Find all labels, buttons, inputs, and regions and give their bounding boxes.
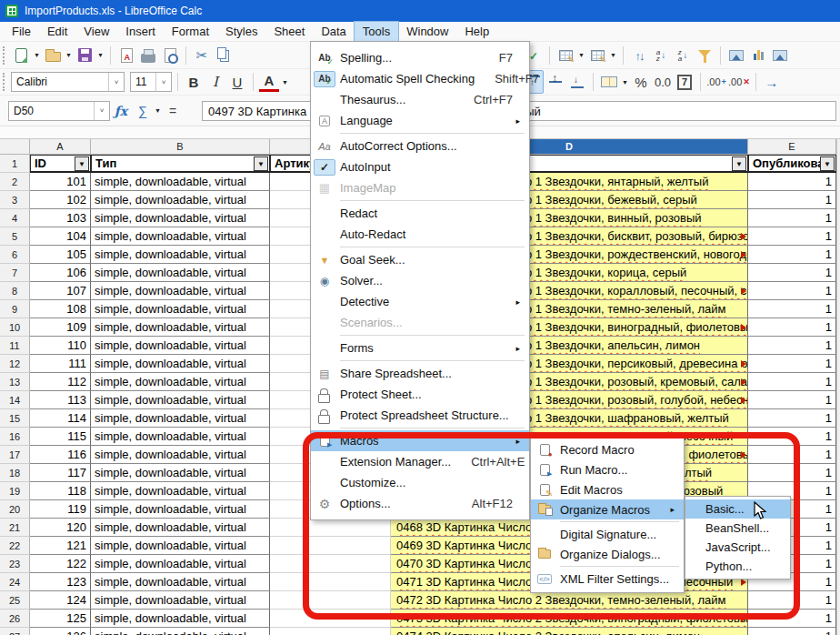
print-button[interactable] — [138, 44, 158, 67]
decimal-format-button[interactable]: 0.0 — [653, 70, 673, 94]
cell-b24[interactable]: simple, downloadable, virtual — [91, 573, 270, 591]
autofilter-button[interactable]: ▼ — [75, 156, 89, 171]
row-header-14[interactable]: 14 — [0, 391, 30, 409]
cell-e15[interactable]: 1 — [748, 409, 836, 428]
menubar-item-tools[interactable]: Tools — [355, 22, 398, 41]
menu-item-auto-redact[interactable]: Auto-Redact — [311, 224, 529, 245]
chevron-down-icon[interactable]: ▼ — [621, 79, 629, 86]
vertical-scrollbar[interactable] — [836, 139, 840, 635]
cell-a13[interactable]: 112 — [30, 373, 91, 391]
cell-e9[interactable]: 1 — [748, 300, 836, 318]
bold-button[interactable]: B — [184, 70, 204, 94]
row-header-26[interactable]: 26 — [0, 610, 30, 628]
menu-item-basic[interactable]: Basic... — [685, 499, 790, 519]
cell-b27[interactable]: simple, downloadable, virtual — [91, 628, 270, 635]
center-vertically-button[interactable] — [545, 70, 565, 94]
function-wizard-button[interactable]: ƒx — [110, 100, 132, 122]
chevron-down-icon[interactable]: ˅ — [155, 73, 171, 91]
cell-c24[interactable] — [270, 573, 391, 591]
menu-item-thesaurus[interactable]: Thesaurus...Ctrl+F7 — [311, 89, 529, 110]
menubar-item-edit[interactable]: Edit — [39, 22, 75, 41]
menu-item-forms[interactable]: Forms▸ — [311, 338, 529, 358]
save-button[interactable] — [75, 44, 95, 67]
font-color-button[interactable]: A — [259, 72, 279, 92]
cell-c27[interactable] — [270, 628, 391, 635]
cell-b19[interactable]: simple, downloadable, virtual — [91, 482, 270, 500]
row-header-11[interactable]: 11 — [0, 337, 30, 355]
insert-columns-button[interactable] — [587, 44, 607, 67]
chevron-down-icon[interactable]: ˅ — [108, 73, 124, 91]
menu-item-detective[interactable]: Detective▸ — [311, 291, 529, 312]
cell-b25[interactable]: simple, downloadable, virtual — [91, 591, 270, 610]
print-preview-button[interactable] — [160, 44, 180, 67]
cell-e8[interactable]: 1 — [748, 282, 836, 300]
grid-corner-box[interactable] — [0, 139, 30, 155]
cell-c22[interactable] — [270, 537, 391, 555]
cell-e12[interactable]: 1 — [748, 355, 836, 373]
insert-object-button[interactable] — [770, 44, 790, 67]
cell-a1[interactable]: ID▼ — [30, 155, 91, 173]
increase-indent-button[interactable]: → — [762, 70, 782, 94]
cell-b22[interactable]: simple, downloadable, virtual — [91, 537, 270, 555]
cell-c23[interactable] — [270, 555, 391, 573]
menu-item-extension-manager[interactable]: Extension Manager...Ctrl+Alt+E — [311, 451, 529, 472]
cut-button[interactable] — [192, 44, 212, 67]
row-header-7[interactable]: 7 — [0, 264, 30, 282]
name-box[interactable]: D50 ˅ — [8, 101, 110, 121]
row-header-8[interactable]: 8 — [0, 282, 30, 300]
chevron-down-icon[interactable]: ▼ — [281, 79, 289, 86]
cell-b9[interactable]: simple, downloadable, virtual — [91, 300, 270, 318]
cell-e16[interactable]: 1 — [748, 428, 836, 446]
cell-c21[interactable] — [270, 519, 391, 537]
cell-a17[interactable]: 116 — [30, 446, 91, 464]
menu-item-macros[interactable]: Macros▸ — [311, 430, 529, 451]
sort-descending-button[interactable]: za↓ — [673, 44, 693, 67]
row-header-19[interactable]: 19 — [0, 482, 30, 500]
align-bottom-button[interactable] — [567, 70, 587, 94]
menu-item-digital-signature[interactable]: Digital Signature... — [531, 524, 684, 544]
cell-a19[interactable]: 118 — [30, 482, 91, 500]
font-size-combobox[interactable]: 11 ˅ — [130, 72, 172, 92]
menu-item-goal-seek[interactable]: Goal Seek... — [311, 249, 529, 270]
cell-b10[interactable]: simple, downloadable, virtual — [91, 318, 270, 337]
cell-a23[interactable]: 122 — [30, 555, 91, 573]
cell-b1[interactable]: Тип▼ — [91, 155, 270, 173]
cell-a9[interactable]: 108 — [30, 300, 91, 318]
cell-d25[interactable]: 0472 3D Картинка Число 2 Звездочки, темн… — [391, 591, 748, 610]
menubar-item-help[interactable]: Help — [456, 22, 497, 41]
cell-e5[interactable]: 1 — [748, 227, 836, 246]
menu-item-autoinput[interactable]: AutoInput — [311, 156, 529, 177]
cell-e27[interactable]: 1 — [748, 628, 836, 635]
cell-b15[interactable]: simple, downloadable, virtual — [91, 409, 270, 428]
menu-item-automatic-spell-checking[interactable]: Automatic Spell CheckingShift+F7 — [311, 68, 529, 89]
insert-rows-button[interactable] — [555, 44, 575, 67]
row-header-4[interactable]: 4 — [0, 209, 30, 227]
underline-button[interactable]: U — [227, 70, 247, 94]
row-header-17[interactable]: 17 — [0, 446, 30, 464]
cell-a2[interactable]: 101 — [30, 173, 91, 191]
cell-b16[interactable]: simple, downloadable, virtual — [91, 428, 270, 446]
cell-e11[interactable]: 1 — [748, 337, 836, 355]
row-header-10[interactable]: 10 — [0, 318, 30, 337]
delete-decimal-button[interactable]: .00✕ — [728, 70, 750, 94]
cell-a5[interactable]: 104 — [30, 227, 91, 246]
chevron-down-icon[interactable]: ▼ — [609, 52, 617, 58]
cell-a22[interactable]: 121 — [30, 537, 91, 555]
cell-b4[interactable]: simple, downloadable, virtual — [91, 209, 270, 227]
menu-item-javascript[interactable]: JavaScript... — [685, 538, 790, 557]
cell-b23[interactable]: simple, downloadable, virtual — [91, 555, 270, 573]
cell-a7[interactable]: 106 — [30, 264, 91, 282]
menu-item-options[interactable]: Options...Alt+F12 — [311, 493, 529, 514]
menu-item-beanshell[interactable]: BeanShell... — [685, 519, 790, 538]
open-button[interactable] — [43, 44, 63, 67]
cell-a25[interactable]: 124 — [30, 591, 91, 610]
cell-b6[interactable]: simple, downloadable, virtual — [91, 246, 270, 264]
cell-a4[interactable]: 103 — [30, 209, 91, 227]
cell-a14[interactable]: 113 — [30, 391, 91, 409]
chevron-down-icon[interactable]: ˅ — [94, 102, 109, 120]
cell-a20[interactable]: 119 — [30, 500, 91, 519]
cell-b7[interactable]: simple, downloadable, virtual — [91, 264, 270, 282]
cell-e4[interactable]: 1 — [748, 209, 836, 227]
cell-b21[interactable]: simple, downloadable, virtual — [91, 519, 270, 537]
menu-item-record-macro[interactable]: Record Macro — [531, 439, 684, 459]
